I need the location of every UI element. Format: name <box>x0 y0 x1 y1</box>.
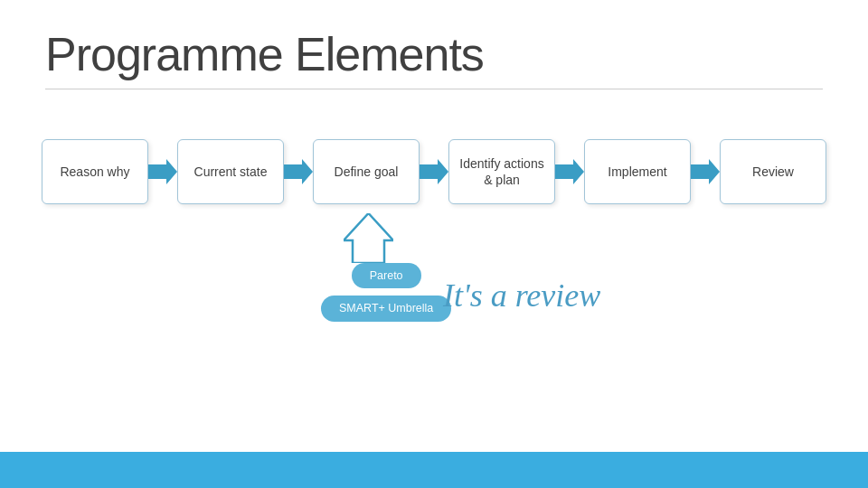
flow-box-current-state: Current state <box>177 139 284 204</box>
arrow-1 <box>148 159 177 184</box>
flow-box-define-goal: Define goal <box>313 139 420 204</box>
title-section: Programme Elements <box>0 0 868 99</box>
svg-marker-0 <box>148 159 177 184</box>
flow-row: Reason why Current state Define goal <box>0 139 868 204</box>
ellipse-group: Pareto SMART+ Umbrella <box>321 263 451 322</box>
smart-umbrella-ellipse: SMART+ Umbrella <box>321 296 451 321</box>
arrow-5 <box>691 159 720 184</box>
flow-box-implement: Implement <box>584 139 691 204</box>
up-arrow-icon <box>344 213 393 267</box>
arrow-2 <box>284 159 313 184</box>
svg-marker-3 <box>555 159 584 184</box>
flow-box-identify-actions: Identify actions & plan <box>448 139 555 204</box>
page-title: Programme Elements <box>45 27 823 81</box>
review-text: It's a review <box>443 277 600 314</box>
svg-marker-4 <box>691 159 720 184</box>
arrow-4 <box>555 159 584 184</box>
flow-box-review: Review <box>720 139 826 204</box>
svg-marker-5 <box>344 213 393 263</box>
up-arrow-container <box>344 213 393 267</box>
svg-marker-2 <box>420 159 448 184</box>
arrow-3 <box>420 159 448 184</box>
flow-box-reason-why: Reason why <box>42 139 148 204</box>
pareto-ellipse: Pareto <box>352 263 421 288</box>
slide: Programme Elements Reason why Current st… <box>0 0 868 488</box>
title-divider <box>45 89 823 89</box>
svg-marker-1 <box>284 159 313 184</box>
bottom-bar <box>0 452 868 488</box>
